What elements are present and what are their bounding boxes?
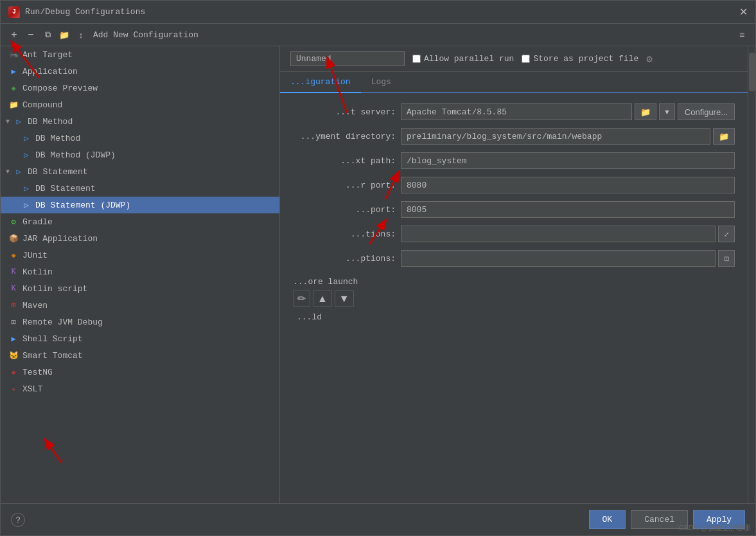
- config-tabs: ...iguration Logs: [280, 72, 748, 93]
- sidebar-item-jar-application[interactable]: 📦 JAR Application: [1, 230, 279, 247]
- app-server-browse-button[interactable]: 📁: [635, 103, 656, 120]
- app-server-dropdown-button[interactable]: ▼: [659, 103, 675, 120]
- remove-config-button[interactable]: −: [24, 28, 38, 42]
- server-port-input[interactable]: [401, 177, 735, 193]
- db-method-expand-icon: ▼: [6, 118, 10, 125]
- db-statement-group-icon: ▷: [13, 166, 24, 177]
- compose-preview-icon: ◈: [8, 83, 19, 93]
- sidebar-label-smart-tomcat: Smart Tomcat: [22, 351, 83, 361]
- sidebar-item-shell-script[interactable]: ▶ Shell Script: [1, 330, 279, 347]
- sidebar-label-jar-application: JAR Application: [22, 234, 98, 244]
- help-button[interactable]: ?: [11, 513, 25, 527]
- sidebar: 🐜 Ant Target ▶ Application ◈ Compose Pre…: [1, 46, 280, 503]
- configure-button[interactable]: Configure...: [678, 103, 735, 120]
- settings-icon[interactable]: ≡: [735, 28, 749, 42]
- before-launch-up-button[interactable]: ▲: [313, 290, 332, 307]
- gradle-icon: ⚙: [8, 217, 19, 227]
- sidebar-item-kotlin-script[interactable]: K Kotlin script: [1, 280, 279, 297]
- server-port-row: ...r port:: [293, 177, 735, 193]
- name-bar: Allow parallel run Store as project file…: [280, 46, 748, 72]
- vm-options-input[interactable]: [401, 226, 716, 242]
- sidebar-item-db-statement-jdwp[interactable]: ▷ DB Statement (JDWP): [1, 197, 279, 213]
- add-config-button[interactable]: +: [7, 28, 21, 42]
- deployment-dir-input[interactable]: [401, 128, 710, 145]
- env-options-input[interactable]: [401, 250, 716, 267]
- before-launch-edit-button[interactable]: ✏: [293, 290, 310, 307]
- admin-port-input[interactable]: [401, 201, 735, 218]
- sidebar-item-compose-preview[interactable]: ◈ Compose Preview: [1, 80, 279, 96]
- tab-configuration[interactable]: ...iguration: [280, 72, 361, 93]
- deployment-dir-browse-button[interactable]: 📁: [713, 128, 735, 145]
- title-bar: J Run/Debug Configurations ✕: [1, 1, 755, 24]
- vm-options-label: ...tions:: [293, 229, 396, 239]
- store-project-checkbox[interactable]: [522, 55, 530, 63]
- kotlin-script-icon: K: [8, 283, 19, 294]
- sidebar-item-maven[interactable]: m Maven: [1, 297, 279, 314]
- allow-parallel-label[interactable]: Allow parallel run: [412, 54, 514, 64]
- title-bar-left: J Run/Debug Configurations: [8, 6, 145, 18]
- app-server-row: ...t server: 📁 ▼ Configure...: [293, 103, 735, 120]
- store-project-label[interactable]: Store as project file: [522, 54, 638, 64]
- sidebar-item-junit[interactable]: ◆ JUnit: [1, 247, 279, 264]
- sidebar-item-db-method[interactable]: ▷ DB Method: [1, 130, 279, 147]
- jar-icon: 📦: [8, 233, 19, 244]
- compound-icon: 📁: [8, 100, 19, 110]
- close-button[interactable]: ✕: [739, 6, 748, 18]
- scrollbar-thumb[interactable]: [749, 53, 755, 91]
- toolbar: + − ⧉ 📁 ↕ Add New Configuration ≡: [1, 24, 755, 46]
- vm-options-expand-button[interactable]: ⤢: [718, 226, 735, 242]
- sidebar-label-maven: Maven: [22, 301, 48, 310]
- config-name-input[interactable]: [290, 51, 405, 66]
- ok-button[interactable]: OK: [589, 510, 626, 529]
- before-launch-down-button[interactable]: ▼: [335, 290, 354, 307]
- vm-options-field: ⤢: [401, 226, 735, 242]
- sidebar-label-db-method-jdwp: DB Method (JDWP): [35, 150, 116, 160]
- app-server-input[interactable]: [401, 103, 632, 120]
- sidebar-label-junit: JUnit: [22, 251, 48, 260]
- scrollbar-track[interactable]: [748, 46, 755, 503]
- sidebar-item-db-statement-group[interactable]: ▼ ▷ DB Statement: [1, 163, 279, 180]
- sidebar-label-application: Application: [22, 67, 78, 76]
- main-content: 🐜 Ant Target ▶ Application ◈ Compose Pre…: [1, 46, 755, 503]
- sidebar-item-ant-target[interactable]: 🐜 Ant Target: [1, 46, 279, 63]
- sort-config-button[interactable]: ↕: [74, 28, 88, 42]
- sidebar-item-db-method-group[interactable]: ▼ ▷ DB Method: [1, 113, 279, 130]
- sidebar-item-remote-jvm-debug[interactable]: ⊡ Remote JVM Debug: [1, 314, 279, 330]
- run-debug-dialog: J Run/Debug Configurations ✕ + − ⧉ 📁 ↕ A…: [0, 0, 756, 536]
- allow-parallel-checkbox[interactable]: [412, 55, 421, 63]
- sidebar-item-db-method-jdwp[interactable]: ▷ DB Method (JDWP): [1, 147, 279, 163]
- copy-config-button[interactable]: ⧉: [40, 28, 55, 42]
- env-options-expand-button[interactable]: ⊡: [718, 250, 735, 267]
- tab-logs[interactable]: Logs: [361, 72, 401, 93]
- deployment-dir-field: 📁: [401, 128, 735, 145]
- admin-port-row: ...port:: [293, 201, 735, 218]
- sidebar-label-db-method-group: DB Method: [28, 117, 73, 127]
- admin-port-label: ...port:: [293, 205, 396, 215]
- db-method-jdwp-icon: ▷: [21, 150, 31, 160]
- before-launch-header: ...ore launch: [293, 277, 735, 287]
- sidebar-item-db-statement[interactable]: ▷ DB Statement: [1, 180, 279, 197]
- sidebar-item-gradle[interactable]: ⚙ Gradle: [1, 213, 279, 230]
- sidebar-item-smart-tomcat[interactable]: 🐱 Smart Tomcat: [1, 347, 279, 364]
- folder-config-button[interactable]: 📁: [57, 28, 71, 42]
- context-path-row: ...xt path:: [293, 152, 735, 169]
- sidebar-label-xslt: XSLT: [22, 384, 42, 394]
- sidebar-item-kotlin[interactable]: K Kotlin: [1, 264, 279, 280]
- sidebar-label-db-statement: DB Statement: [35, 184, 96, 193]
- context-path-label: ...xt path:: [293, 156, 396, 166]
- sidebar-label-ant-target: Ant Target: [22, 50, 73, 60]
- ant-target-icon: 🐜: [8, 49, 19, 60]
- kotlin-icon: K: [8, 267, 19, 277]
- sidebar-item-xslt[interactable]: ✦ XSLT: [1, 380, 279, 397]
- env-options-field: ⊡: [401, 250, 735, 267]
- context-path-input[interactable]: [401, 152, 735, 169]
- sidebar-label-testng: TestNG: [22, 368, 53, 377]
- settings-gear-icon[interactable]: ⚙: [646, 53, 653, 66]
- sidebar-item-testng[interactable]: ◈ TestNG: [1, 364, 279, 380]
- app-icon: J: [8, 6, 20, 18]
- sidebar-item-application[interactable]: ▶ Application: [1, 63, 279, 80]
- sidebar-item-compound[interactable]: 📁 Compound: [1, 96, 279, 113]
- bottom-bar: ? OK Cancel Apply: [1, 503, 755, 535]
- sidebar-label-db-method: DB Method: [35, 134, 80, 143]
- sidebar-label-db-statement-jdwp: DB Statement (JDWP): [35, 201, 130, 210]
